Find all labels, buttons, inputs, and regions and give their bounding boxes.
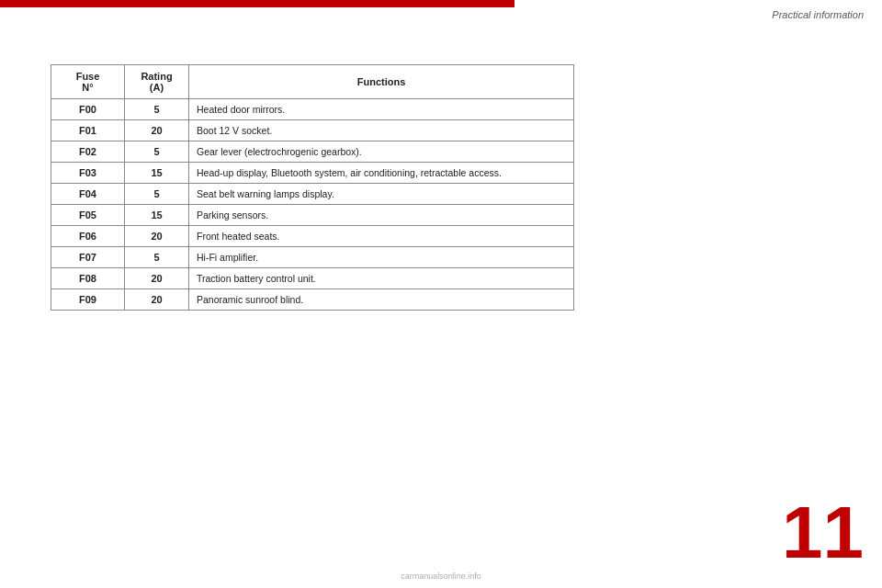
table-container: FuseN° Rating(A) Functions F005Heated do…	[51, 64, 574, 311]
table-row: F0920Panoramic sunroof blind.	[51, 289, 574, 311]
fuse-cell: F06	[51, 226, 125, 247]
table-row: F0620Front heated seats.	[51, 226, 574, 247]
rating-cell: 20	[125, 268, 189, 289]
function-cell: Head-up display, Bluetooth system, air c…	[189, 163, 574, 184]
rating-cell: 20	[125, 120, 189, 141]
rating-cell: 20	[125, 289, 189, 311]
rating-cell: 5	[125, 99, 189, 120]
table-row: F0820Traction battery control unit.	[51, 268, 574, 289]
fuse-cell: F03	[51, 163, 125, 184]
rating-cell: 15	[125, 163, 189, 184]
function-cell: Seat belt warning lamps display.	[189, 184, 574, 205]
fuse-table: FuseN° Rating(A) Functions F005Heated do…	[51, 64, 574, 311]
function-cell: Gear lever (electrochrogenic gearbox).	[189, 141, 574, 163]
table-row: F0515Parking sensors.	[51, 205, 574, 226]
fuse-cell: F01	[51, 120, 125, 141]
top-bar	[0, 0, 514, 7]
fuse-cell: F08	[51, 268, 125, 289]
function-cell: Traction battery control unit.	[189, 268, 574, 289]
table-row: F045Seat belt warning lamps display.	[51, 184, 574, 205]
rating-cell: 5	[125, 141, 189, 163]
function-cell: Boot 12 V socket.	[189, 120, 574, 141]
fuse-cell: F02	[51, 141, 125, 163]
rating-cell: 15	[125, 205, 189, 226]
table-row: F025Gear lever (electrochrogenic gearbox…	[51, 141, 574, 163]
table-row: F0315Head-up display, Bluetooth system, …	[51, 163, 574, 184]
fuse-cell: F07	[51, 247, 125, 268]
function-cell: Heated door mirrors.	[189, 99, 574, 120]
page-header: Practical information	[772, 9, 864, 20]
table-row: F075Hi-Fi amplifier.	[51, 247, 574, 268]
rating-cell: 5	[125, 184, 189, 205]
rating-cell: 20	[125, 226, 189, 247]
col-header-rating: Rating(A)	[125, 65, 189, 99]
table-row: F005Heated door mirrors.	[51, 99, 574, 120]
col-header-fuse: FuseN°	[51, 65, 125, 99]
function-cell: Panoramic sunroof blind.	[189, 289, 574, 311]
fuse-cell: F04	[51, 184, 125, 205]
col-header-functions: Functions	[189, 65, 574, 99]
function-cell: Front heated seats.	[189, 226, 574, 247]
table-row: F0120Boot 12 V socket.	[51, 120, 574, 141]
function-cell: Hi-Fi amplifier.	[189, 247, 574, 268]
function-cell: Parking sensors.	[189, 205, 574, 226]
fuse-cell: F09	[51, 289, 125, 311]
chapter-number: 11	[782, 496, 864, 570]
watermark: carmanualsonline.info	[401, 571, 481, 581]
rating-cell: 5	[125, 247, 189, 268]
fuse-cell: F00	[51, 99, 125, 120]
fuse-cell: F05	[51, 205, 125, 226]
